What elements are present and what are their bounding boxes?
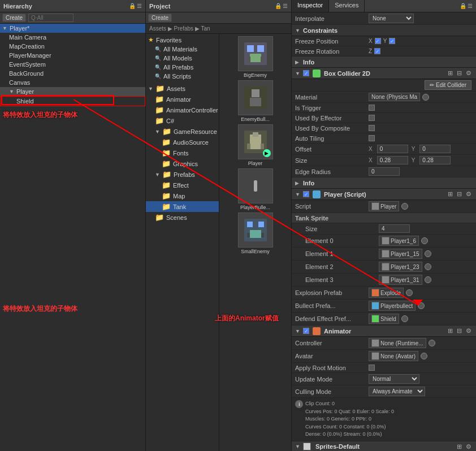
prefabs-item[interactable]: ▼ 📁 Prefabs	[146, 169, 219, 180]
asset-player-bullet[interactable]: PlayerBulle...	[236, 168, 275, 210]
box-collider-settings-btn[interactable]: ⚙	[465, 70, 473, 77]
interpolate-select[interactable]: None	[369, 14, 414, 23]
freeze-pos-y-checkbox[interactable]: ✓	[389, 38, 395, 44]
hierarchy-item-label: BackGround	[9, 70, 44, 77]
culling-mode-select[interactable]: Always Animate	[369, 387, 425, 396]
edit-collider-button[interactable]: ✏ Edit Collider	[425, 80, 471, 90]
animator-title: Animator	[324, 328, 351, 335]
hierarchy-item-map-creation[interactable]: MapCreation	[0, 42, 145, 51]
tank-item[interactable]: 📁 Tank	[146, 201, 219, 212]
asset-enemy-bull[interactable]: EnemyBull...	[236, 80, 275, 122]
all-prefabs-item[interactable]: 🔍 All Prefabs	[146, 63, 219, 72]
graphics-item[interactable]: 📁 Graphics	[146, 158, 219, 169]
hierarchy-toolbar: Create	[0, 12, 145, 24]
all-materials-item[interactable]: 🔍 All Materials	[146, 45, 219, 54]
hierarchy-item-main-camera[interactable]: Main Camera	[0, 33, 145, 42]
element3-circle-btn[interactable]	[425, 276, 431, 283]
element0-circle-btn[interactable]	[421, 237, 428, 244]
asset-small-enemy[interactable]: SmallEnemy	[236, 213, 275, 254]
controller-text: None (Runtime...	[380, 340, 423, 346]
avatar-circle-btn[interactable]	[421, 353, 427, 359]
tab-services[interactable]: Services	[329, 0, 365, 12]
favorites-folder[interactable]: ★ Favorites	[146, 35, 219, 45]
hierarchy-item-background[interactable]: BackGround	[0, 69, 145, 78]
anim-icon-btn1[interactable]: ⊞	[447, 327, 454, 335]
csharp-item[interactable]: 📁 C#	[146, 115, 219, 126]
used-by-effector-value	[369, 115, 473, 121]
animator-item[interactable]: 📁 Animator	[146, 94, 219, 105]
element2-circle-btn[interactable]	[425, 263, 431, 270]
map-item[interactable]: 📁 Map	[146, 190, 219, 201]
hierarchy-item-canvas[interactable]: Canvas	[0, 78, 145, 87]
hierarchy-menu-icon[interactable]: ☰	[137, 3, 142, 9]
update-mode-select[interactable]: Normal	[369, 374, 419, 384]
animator-checkbox[interactable]: ✓	[303, 328, 309, 334]
inspector-menu-icon[interactable]: ☰	[468, 3, 473, 9]
freeze-pos-x-checkbox[interactable]: ✓	[375, 38, 381, 44]
inspector-body: Interpolate None ▼ Constraints Freeze Po…	[292, 12, 476, 451]
box-collider-icon-btn2[interactable]: ⊟	[456, 70, 463, 77]
apply-root-motion-checkbox[interactable]	[369, 365, 375, 371]
project-create-button[interactable]: Create	[148, 14, 172, 22]
effect-item[interactable]: 📁 Effect	[146, 180, 219, 190]
asset-player[interactable]: ▶ Player	[236, 124, 275, 166]
used-by-composite-checkbox[interactable]	[369, 125, 375, 131]
offset-y-input[interactable]	[419, 145, 451, 153]
project-menu-icon[interactable]: ☰	[283, 3, 288, 9]
edge-radius-input[interactable]	[369, 167, 400, 176]
size-y-input[interactable]	[419, 156, 451, 164]
bullet-circle-btn[interactable]	[418, 302, 425, 309]
anim-icon-btn2[interactable]: ⊟	[456, 327, 463, 335]
animator-controller-item[interactable]: 📁 AnimatorController	[146, 105, 219, 115]
bullet-ref: Playerbullect	[369, 301, 416, 311]
hierarchy-item-shield[interactable]: Shield	[0, 96, 145, 106]
assets-folder[interactable]: ▼ 📁 Assets	[146, 83, 219, 94]
box-collider-icon-btn1[interactable]: ⊞	[447, 70, 454, 77]
tab-inspector[interactable]: Inspector	[292, 0, 329, 12]
fonts-item[interactable]: 📁 Fonts	[146, 148, 219, 158]
edit-collider-icon: ✏	[430, 82, 434, 88]
game-resource-item[interactable]: ▼ 📁 GameResource	[146, 126, 219, 137]
used-by-effector-checkbox[interactable]	[369, 115, 375, 121]
controller-circle-btn[interactable]	[429, 340, 435, 346]
sprites-settings-btn[interactable]: ⚙	[465, 443, 473, 450]
box-collider-checkbox[interactable]: ✓	[303, 70, 309, 76]
player-script-checkbox[interactable]: ✓	[303, 191, 309, 197]
script-circle-btn[interactable]	[401, 203, 408, 210]
explosion-circle-btn[interactable]	[406, 289, 413, 296]
element1-circle-btn[interactable]	[425, 250, 431, 257]
folder-icon: 📁	[155, 84, 165, 93]
material-circle-btn[interactable]	[422, 94, 429, 101]
anim-settings-btn[interactable]: ⚙	[465, 327, 473, 335]
defend-circle-btn[interactable]	[401, 315, 408, 322]
audio-source-item[interactable]: 📁 AudioSource	[146, 137, 219, 148]
freeze-rot-z-checkbox[interactable]: ✓	[374, 48, 380, 54]
hierarchy-item-player[interactable]: ▼ Player	[0, 87, 145, 96]
hierarchy-item-event-system[interactable]: EventSystem	[0, 60, 145, 69]
offset-x-input[interactable]	[377, 145, 408, 153]
hierarchy-item-player-root[interactable]: ▼ Player*	[0, 24, 145, 33]
svg-rect-19	[250, 230, 261, 238]
controller-thumb	[371, 339, 379, 347]
player-script-icon-btn1[interactable]: ⊞	[447, 190, 454, 198]
scenes-item[interactable]: 📁 Scenes	[146, 212, 219, 223]
hierarchy-item-player-manager[interactable]: PlayerManager	[0, 51, 145, 60]
player-script-icon-btn2[interactable]: ⊟	[456, 190, 463, 198]
sprites-default-title: Sprites-Default	[315, 443, 360, 450]
sprites-icon-btn1[interactable]: ⊞	[456, 443, 463, 450]
all-scripts-item[interactable]: 🔍 All Scripts	[146, 72, 219, 81]
auto-tiling-checkbox[interactable]	[369, 135, 375, 141]
svg-rect-17	[247, 222, 253, 227]
tank-size-input[interactable]	[379, 224, 410, 233]
update-mode-row: Update Mode Normal	[292, 373, 476, 385]
player-script-settings-btn[interactable]: ⚙	[465, 190, 473, 198]
elem3-thumb	[382, 276, 390, 284]
asset-big-enemy[interactable]: BigEnemy	[236, 36, 275, 78]
element2-ref: Player1_23	[379, 262, 422, 272]
sprites-thumb	[303, 443, 311, 450]
hierarchy-create-button[interactable]: Create	[2, 14, 26, 22]
hierarchy-search-input[interactable]	[28, 14, 73, 22]
is-trigger-checkbox[interactable]	[369, 105, 375, 111]
size-x-input[interactable]	[377, 156, 408, 164]
all-models-item[interactable]: 🔍 All Models	[146, 54, 219, 63]
